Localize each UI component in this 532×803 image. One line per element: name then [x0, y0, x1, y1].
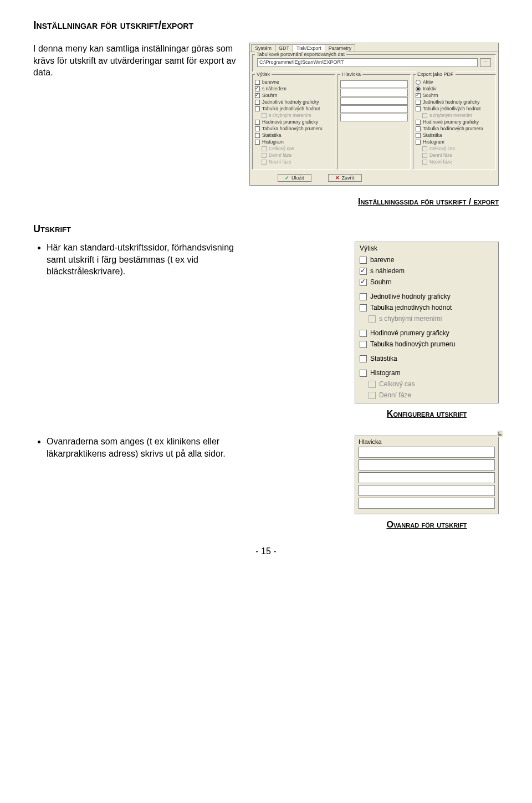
checkbox-row[interactable]: Histogram	[416, 139, 493, 145]
checkbox[interactable]	[360, 279, 367, 286]
checkbox-label: Hodinové prumery graficky	[370, 329, 449, 337]
checkbox[interactable]	[255, 80, 260, 85]
checkbox-row[interactable]: Statistika	[416, 132, 493, 139]
checkbox	[422, 160, 427, 165]
checkbox[interactable]	[360, 355, 367, 362]
checkbox-row: Celkový cas	[422, 146, 493, 152]
checkbox[interactable]	[360, 330, 367, 337]
checkbox-row[interactable]: Tabulka hodinových prumeru	[355, 339, 498, 350]
checkbox[interactable]	[360, 293, 367, 300]
hlavicka-input-1[interactable]	[340, 80, 408, 88]
checkbox[interactable]	[416, 100, 421, 105]
checkbox-label: Nocní fáze	[269, 159, 291, 165]
checkbox-row[interactable]: Tabulka jednotlivých hodnot	[255, 106, 332, 112]
checkbox	[262, 153, 267, 158]
checkbox-row: Denní fáze	[422, 152, 493, 158]
radio-aktiv[interactable]	[416, 80, 421, 85]
checkbox[interactable]	[416, 126, 421, 131]
panel-hlavicka: Hlavicka	[337, 74, 411, 170]
hlavicka2-input-1[interactable]	[359, 447, 495, 458]
checkbox[interactable]	[255, 133, 260, 138]
checkbox-row[interactable]: Hodinové prumery graficky	[255, 119, 332, 125]
hlavicka-input-2[interactable]	[340, 89, 408, 96]
hlavicka2-input-4[interactable]	[359, 485, 495, 496]
radio-inaktiv-row[interactable]: Inaktiv	[416, 86, 493, 92]
checkbox	[262, 146, 267, 151]
checkbox-row[interactable]: Hodinové prumery graficky	[416, 119, 493, 125]
checkbox[interactable]	[416, 133, 421, 138]
checkbox	[422, 113, 427, 118]
checkbox-label: Statistika	[370, 355, 397, 362]
checkbox-row[interactable]: Tabulka jednotlivých hodnot	[355, 302, 498, 313]
checkbox-label: Celkový cas	[269, 146, 294, 152]
hlavicka2-input-2[interactable]	[359, 459, 495, 470]
checkbox-label: Tabulka hodinových prumeru	[262, 126, 323, 132]
checkbox[interactable]	[255, 100, 260, 105]
tab-system[interactable]: Systém	[251, 44, 275, 52]
checkbox[interactable]	[360, 268, 367, 275]
checkbox-row[interactable]: Souhrn	[355, 277, 498, 288]
checkbox-row[interactable]: Tabulka hodinových prumeru	[416, 126, 493, 132]
checkbox[interactable]	[416, 106, 421, 111]
panel-hlavicka-title: Hlavicka	[340, 71, 362, 77]
checkbox-row[interactable]: barevne	[355, 254, 498, 265]
checkbox[interactable]	[416, 93, 421, 98]
export-path-input[interactable]: C:\Programme\IEg\ScanWin\EXPORT	[257, 58, 478, 67]
checkbox-row[interactable]: Jednotlivé hodnoty graficky	[416, 99, 493, 105]
cancel-button[interactable]: ✕Zavřít	[328, 174, 362, 182]
checkbox[interactable]	[360, 370, 367, 377]
cancel-label: Zavřít	[342, 175, 355, 181]
tab-parametry[interactable]: Parametry	[325, 44, 356, 52]
checkbox-row[interactable]: Souhrn	[255, 93, 332, 99]
checkbox-label: Jednotlivé hodnoty graficky	[262, 99, 319, 105]
panel-vytisk: Výtisk barevnes náhledemSouhrnJednotlivé…	[252, 74, 335, 170]
hlavicka2-input-5[interactable]	[359, 498, 495, 509]
checkbox-row[interactable]: Hodinové prumery graficky	[355, 328, 498, 339]
checkbox-row[interactable]: Tabulka hodinových prumeru	[255, 126, 332, 132]
checkbox-row[interactable]: s náhledem	[355, 265, 498, 277]
checkbox-label: Statistika	[423, 132, 442, 139]
checkbox[interactable]	[255, 93, 260, 98]
panel-hlavicka-large: E Hlavicka Ovanrad för utskrift	[355, 436, 499, 530]
browse-button[interactable]: ⋯	[480, 58, 491, 67]
hlavicka-input-4[interactable]	[340, 105, 408, 113]
checkbox-row[interactable]: Tabulka jednotlivých hodnot	[416, 106, 493, 112]
checkbox-row: s chybnými mereními	[355, 313, 498, 324]
checkbox[interactable]	[255, 120, 260, 125]
hlavicka-input-3[interactable]	[340, 97, 408, 105]
save-button[interactable]: ✓Uložit	[278, 174, 311, 182]
checkbox[interactable]	[255, 86, 260, 91]
checkbox[interactable]	[255, 140, 260, 145]
radio-inaktiv[interactable]	[416, 86, 421, 91]
hlavicka-input-5[interactable]	[340, 114, 408, 121]
radio-aktiv-row[interactable]: Aktiv	[416, 79, 493, 85]
checkbox-row[interactable]: Histogram	[255, 139, 332, 145]
checkbox[interactable]	[360, 257, 367, 264]
checkbox[interactable]	[255, 126, 260, 131]
window-tabs: Systém GDT Tisk/Export Parametry	[250, 43, 498, 52]
checkbox-row[interactable]: Histogram	[355, 367, 498, 379]
checkbox-row[interactable]: Jednotlivé hodnoty graficky	[255, 99, 332, 105]
checkbox-row[interactable]: barevne	[255, 79, 332, 85]
close-icon: ✕	[335, 175, 340, 181]
checkbox[interactable]	[255, 106, 260, 111]
checkbox-label: s náhledem	[262, 86, 287, 92]
checkbox[interactable]	[416, 120, 421, 125]
hlavicka2-input-3[interactable]	[359, 472, 495, 483]
checkbox-label: s chybnými mereními	[379, 315, 442, 323]
checkbox-row[interactable]: s náhledem	[255, 86, 332, 92]
checkbox[interactable]	[360, 341, 367, 348]
checkbox-label: Denní fáze	[429, 152, 452, 158]
checkbox-row[interactable]: Souhrn	[416, 93, 493, 99]
save-label: Uložit	[291, 175, 304, 181]
checkbox[interactable]	[360, 304, 367, 311]
tab-tisk-export[interactable]: Tisk/Export	[293, 44, 325, 52]
page-number: - 15 -	[33, 546, 499, 556]
checkbox-row[interactable]: Jednotlivé hodnoty graficky	[355, 291, 498, 302]
checkbox-row[interactable]: Statistika	[255, 132, 332, 139]
checkbox-row[interactable]: Statistika	[355, 353, 498, 364]
checkbox[interactable]	[416, 140, 421, 145]
checkbox-row: s chybným merením	[422, 112, 493, 119]
tab-gdt[interactable]: GDT	[275, 44, 293, 52]
checkbox-label: Souhrn	[262, 93, 277, 99]
